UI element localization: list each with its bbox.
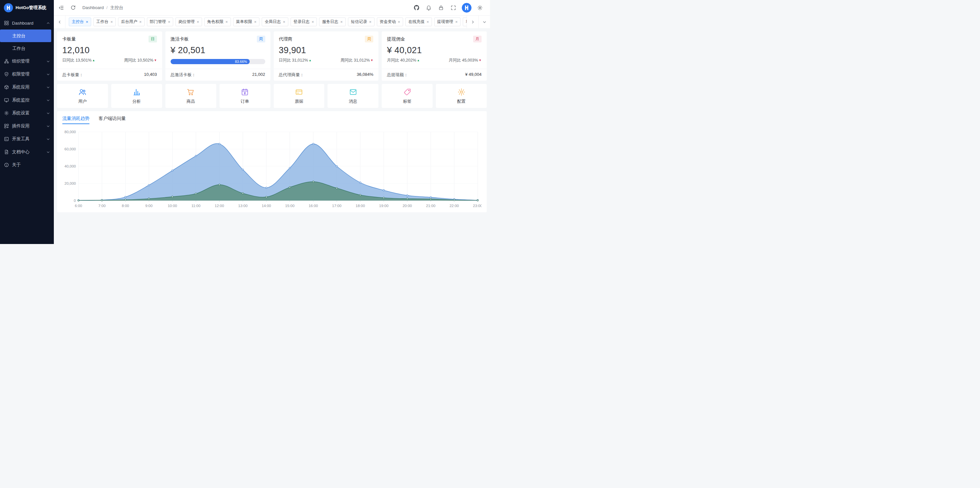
stat-card-row: 卡板量 日 12,010 日同比 13,501% 周同比 10,502% 总卡板… <box>57 32 487 81</box>
tab-item[interactable]: 资金变动 <box>377 17 403 26</box>
sidebar-item-console[interactable]: 主控台 <box>0 30 51 42</box>
refresh-icon[interactable] <box>67 2 78 13</box>
tab-close-icon[interactable] <box>86 20 89 24</box>
period-badge: 周 <box>257 36 265 43</box>
tab-close-icon[interactable] <box>426 20 429 24</box>
shortcut-tags[interactable]: 标签 <box>382 84 433 108</box>
sidebar-item-docs[interactable]: 文档中心 <box>0 146 54 158</box>
sidebar-item-system-apps[interactable]: 系统应用 <box>0 81 54 93</box>
tab-item[interactable]: 登录日志 <box>291 17 317 26</box>
sidebar-item-workbench[interactable]: 工作台 <box>0 42 54 55</box>
svg-text:23:00: 23:00 <box>473 204 482 208</box>
tab-close-icon[interactable] <box>369 20 372 24</box>
trend-down-icon <box>479 59 482 62</box>
card-title: 代理商 <box>279 36 293 42</box>
card-title: 激活卡板 <box>170 36 189 42</box>
breadcrumb-root[interactable]: Dashboard <box>83 5 104 10</box>
shortcut-users[interactable]: 用户 <box>57 84 108 108</box>
lock-icon[interactable] <box>436 2 447 13</box>
sidebar-item-monitoring[interactable]: 系统监控 <box>0 93 54 107</box>
tab-item[interactable]: 地区编码 <box>463 17 467 26</box>
tab-close-icon[interactable] <box>139 20 142 24</box>
chart-tab-client-visits[interactable]: 客户端访问量 <box>99 116 126 124</box>
tabs-scroll-right-icon[interactable] <box>467 16 478 28</box>
tab-item[interactable]: 部门管理 <box>147 17 173 26</box>
compare-left-label: 月同比 <box>387 58 399 63</box>
footer-value: ¥ 49,004 <box>465 72 482 78</box>
logo-icon <box>4 3 13 12</box>
tabs-scroll-area: 主控台 工作台 后台用户 部门管理 岗位管理 角色权限 菜单权限 全局日志 登录… <box>65 16 467 28</box>
sidebar-item-settings[interactable]: 系统设置 <box>0 107 54 120</box>
tab-item[interactable]: 短信记录 <box>348 17 375 26</box>
compare-left-value: 31,012% <box>292 58 308 63</box>
invoice-icon <box>295 88 303 96</box>
tab-item[interactable]: 工作台 <box>93 17 116 26</box>
app-logo[interactable]: HotGo管理系统 <box>0 0 54 15</box>
tab-item[interactable]: 岗位管理 <box>175 17 202 26</box>
github-icon[interactable] <box>411 2 422 13</box>
sidebar-item-about[interactable]: 关于 <box>0 158 54 171</box>
card-title: 卡板量 <box>62 36 76 42</box>
org-tree-icon <box>4 59 9 64</box>
chart-tabs: 流量消耗趋势 客户端访问量 <box>62 116 482 124</box>
card-title: 提现佣金 <box>387 36 405 42</box>
user-avatar[interactable] <box>462 3 471 13</box>
progress-bar: 83.66% <box>170 59 265 64</box>
compare-left-label: 日同比 <box>279 58 291 63</box>
tab-item[interactable]: 提现管理 <box>434 17 461 26</box>
monitor-icon <box>4 98 9 103</box>
tabs-scroll-left-icon[interactable] <box>54 16 65 28</box>
footer-label: 总激活卡板： <box>170 72 196 78</box>
tab-item[interactable]: 全局日志 <box>262 17 288 26</box>
shortcut-orders[interactable]: 订单 <box>220 84 270 108</box>
tab-close-icon[interactable] <box>312 20 314 24</box>
svg-text:12:00: 12:00 <box>215 204 224 208</box>
breadcrumb-separator: / <box>107 5 108 10</box>
period-badge: 日 <box>148 36 157 43</box>
bell-icon[interactable] <box>423 2 434 13</box>
shortcut-config[interactable]: 配置 <box>436 84 487 108</box>
shortcut-analytics[interactable]: 分析 <box>111 84 162 108</box>
tab-close-icon[interactable] <box>283 20 285 24</box>
chevron-down-icon <box>46 151 50 154</box>
tab-item[interactable]: 在线充值 <box>406 17 432 26</box>
svg-text:60,000: 60,000 <box>65 147 76 151</box>
tab-close-icon[interactable] <box>225 20 228 24</box>
sidebar-item-dev-tools[interactable]: 开发工具 <box>0 133 54 146</box>
collapse-sidebar-icon[interactable] <box>56 2 67 13</box>
svg-text:19:00: 19:00 <box>379 204 388 208</box>
shortcut-label: 分析 <box>132 98 141 105</box>
tab-item[interactable]: 后台用户 <box>118 17 145 26</box>
tab-close-icon[interactable] <box>254 20 257 24</box>
tab-item[interactable]: 角色权限 <box>204 17 231 26</box>
svg-text:20,000: 20,000 <box>65 181 76 185</box>
shortcut-invoices[interactable]: 票据 <box>274 84 325 108</box>
tab-close-icon[interactable] <box>455 20 458 24</box>
fullscreen-icon[interactable] <box>448 2 459 13</box>
sidebar: HotGo管理系统 Dashboard 主控台 工作台 组织管理 权限管理 系统… <box>0 0 54 244</box>
sidebar-item-plugins[interactable]: 插件应用 <box>0 120 54 133</box>
mail-icon <box>349 88 357 96</box>
tab-item[interactable]: 主控台 <box>69 17 91 26</box>
period-badge: 周 <box>365 36 373 43</box>
compare-left-label: 日同比 <box>62 58 75 63</box>
settings-gear-icon[interactable] <box>474 2 485 13</box>
tab-close-icon[interactable] <box>111 20 113 24</box>
shortcut-products[interactable]: 商品 <box>165 84 216 108</box>
tab-close-icon[interactable] <box>398 20 401 24</box>
sidebar-item-dashboard[interactable]: Dashboard <box>0 16 54 30</box>
stat-card-cards-total: 卡板量 日 12,010 日同比 13,501% 周同比 10,502% 总卡板… <box>57 32 162 81</box>
sidebar-menu: Dashboard 主控台 工作台 组织管理 权限管理 系统应用 系统监控 <box>0 15 54 244</box>
tab-bar: 主控台 工作台 后台用户 部门管理 岗位管理 角色权限 菜单权限 全局日志 登录… <box>54 15 490 28</box>
tab-item[interactable]: 菜单权限 <box>233 17 260 26</box>
tab-close-icon[interactable] <box>340 20 343 24</box>
tab-close-icon[interactable] <box>197 20 199 24</box>
sidebar-item-organization[interactable]: 组织管理 <box>0 55 54 68</box>
tabs-menu-icon[interactable] <box>478 16 490 28</box>
compare-left-value: 40,202% <box>400 58 416 63</box>
tab-item[interactable]: 服务日志 <box>319 17 346 26</box>
tab-close-icon[interactable] <box>168 20 170 24</box>
shortcut-messages[interactable]: 消息 <box>328 84 379 108</box>
sidebar-item-permissions[interactable]: 权限管理 <box>0 68 54 81</box>
chart-tab-traffic-trend[interactable]: 流量消耗趋势 <box>62 116 89 124</box>
